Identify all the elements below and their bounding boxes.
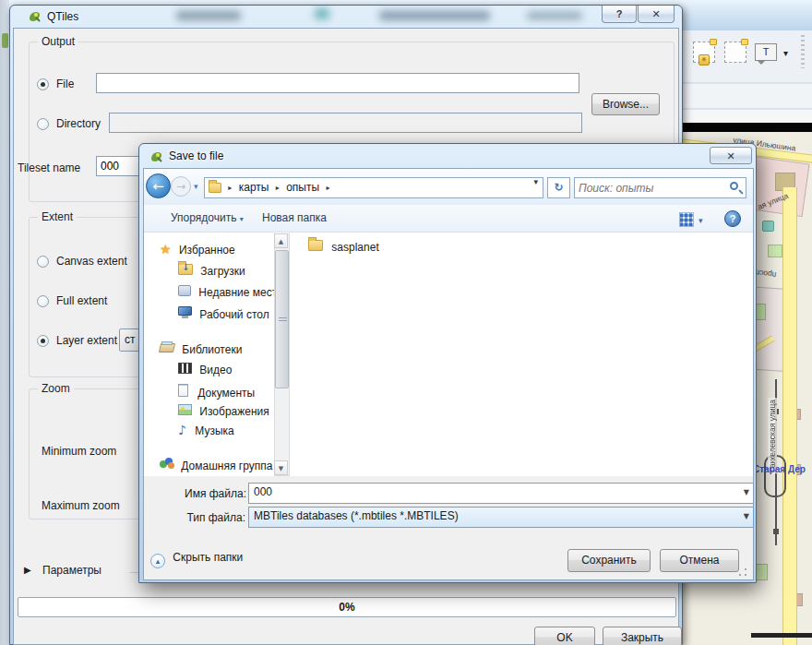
refresh-icon: ↻: [554, 181, 563, 194]
map-road: [782, 187, 797, 645]
output-legend: Output: [38, 35, 78, 48]
hide-folders-button[interactable]: ▴ Скрыть папки: [150, 551, 243, 569]
sidebar-item-pictures[interactable]: Изображения: [178, 404, 269, 423]
search-input[interactable]: [577, 179, 722, 197]
forward-button[interactable]: →: [171, 176, 191, 197]
search-box[interactable]: [574, 177, 746, 198]
views-icon[interactable]: [679, 212, 694, 227]
canvas-extent-label: Canvas extent: [56, 255, 127, 268]
file-item-sasplanet[interactable]: sasplanet: [308, 240, 379, 258]
save-dialog-title: Save to file: [169, 149, 223, 162]
bubble-tail: [757, 60, 766, 69]
file-radio-label: File: [56, 78, 74, 90]
sidebar-item-favorites[interactable]: ★ Избранное: [160, 243, 235, 261]
tree-label: Документы: [197, 387, 255, 400]
map-rail: [751, 633, 812, 638]
tree-label: Загрузки: [200, 265, 245, 278]
screenshot-root: ✳ T ▾ улица Илью: [0, 0, 812, 645]
scrollbar-thumb[interactable]: [275, 250, 289, 388]
ok-button[interactable]: OK: [534, 627, 595, 645]
sidebar-item-video[interactable]: Видео: [178, 363, 232, 381]
toolbar-separator: [801, 35, 805, 68]
tree-label: Рабочий стол: [199, 308, 269, 321]
save-button[interactable]: Сохранить: [567, 549, 651, 572]
new-folder-button[interactable]: Новая папка: [262, 211, 327, 224]
sidebar-item-libraries[interactable]: Библиотеки: [160, 341, 242, 360]
address-bar[interactable]: ▸ карты ▸ опыты ▸ ▾: [204, 177, 543, 198]
close-dialog-button[interactable]: Закрыть: [603, 627, 682, 645]
cancel-button[interactable]: Отмена: [660, 549, 739, 572]
qgis-logo-icon: [27, 9, 42, 24]
documents-icon: [178, 384, 188, 397]
sidebar-item-recent-places[interactable]: Недавние места: [178, 285, 283, 304]
annotation-dropdown-icon[interactable]: ▾: [783, 49, 788, 58]
map-street-label: Гаккелевская улица: [768, 398, 777, 473]
save-dialog-titlebar[interactable]: [139, 144, 756, 168]
move-annotation-icon[interactable]: [724, 42, 746, 63]
canvas-extent-radio[interactable]: [37, 256, 49, 268]
back-button[interactable]: ←: [146, 173, 171, 198]
sidebar-item-downloads[interactable]: ↓ Загрузки: [178, 264, 245, 282]
homegroup-icon: [160, 457, 174, 470]
sidebar-item-desktop[interactable]: Рабочий стол: [178, 306, 269, 325]
hide-folders-label: Скрыть папки: [173, 551, 243, 564]
tree-label: Музыка: [195, 424, 233, 437]
qgis-left-toolbar-strip: [0, 0, 9, 645]
breadcrumb-item-opyty[interactable]: опыты: [286, 181, 319, 194]
scrollbar-up-button[interactable]: ▲: [274, 233, 288, 248]
qtiles-title: QTiles: [47, 10, 78, 23]
sidebar-item-documents[interactable]: Документы: [178, 384, 255, 402]
tree-label: Избранное: [179, 244, 235, 257]
maximum-zoom-label: Maximum zoom: [42, 499, 120, 512]
resize-grip[interactable]: [737, 567, 748, 578]
organize-dropdown-icon: ▾: [240, 215, 244, 223]
refresh-button[interactable]: ↻: [547, 177, 570, 198]
views-dropdown-icon[interactable]: ▾: [699, 217, 703, 225]
scrollbar-down-button[interactable]: ▼: [274, 460, 288, 475]
form-annotation-icon[interactable]: ✳: [693, 42, 715, 63]
help-glyph: ?: [730, 213, 736, 224]
glass-reflection: [527, 12, 582, 19]
map-metro-label: Старая Дер: [753, 464, 806, 474]
progress-bar: 0%: [18, 597, 676, 617]
filename-combo[interactable]: 000 ▼: [248, 483, 754, 504]
annotation-tag-icon: [710, 39, 717, 45]
full-extent-radio[interactable]: [37, 295, 49, 307]
map-tram-stop: [773, 529, 779, 534]
file-path-input[interactable]: [96, 73, 579, 93]
layer-extent-radio[interactable]: [37, 335, 49, 347]
sidebar-item-homegroup[interactable]: Домашняя группа: [160, 457, 272, 475]
breadcrumb-arrow-icon: ▸: [228, 184, 232, 192]
history-dropdown-icon[interactable]: ▾: [194, 183, 198, 191]
tree-label: Изображения: [199, 405, 269, 418]
browse-button[interactable]: Browse...: [591, 93, 660, 115]
expander-arrow-icon: ▶: [24, 566, 31, 575]
close-button[interactable]: ✕: [638, 6, 675, 23]
breadcrumb-item-karty[interactable]: карты: [239, 181, 269, 194]
organize-label: Упорядочить: [171, 211, 236, 224]
annotation-tag-icon: [741, 39, 748, 45]
save-close-button[interactable]: ✕: [710, 147, 752, 164]
music-icon: ♪: [178, 423, 186, 437]
layer-combo-value: ст: [125, 333, 136, 346]
text-annotation-icon[interactable]: T: [755, 43, 777, 61]
sidebar-item-music[interactable]: ♪ Музыка: [178, 424, 234, 442]
extent-legend: Extent: [38, 210, 77, 223]
back-arrow-icon: ←: [152, 178, 164, 195]
folder-icon: [308, 240, 323, 254]
address-dropdown-icon[interactable]: ▾: [533, 178, 538, 186]
full-extent-label: Full extent: [56, 294, 107, 307]
qtiles-titlebar[interactable]: [10, 6, 682, 28]
filetype-combo[interactable]: MBTiles databases (*.mbtiles *.MBTILES) …: [248, 507, 754, 528]
thumb-grip: [279, 317, 287, 322]
directory-path-input: [109, 113, 582, 133]
file-radio[interactable]: [37, 78, 49, 90]
help-button[interactable]: ?: [602, 6, 637, 23]
pictures-icon: [178, 404, 192, 415]
annotation-star-icon: ✳: [699, 54, 710, 66]
directory-radio[interactable]: [37, 118, 49, 130]
filename-label: Имя файла:: [185, 487, 245, 500]
organize-button[interactable]: Упорядочить ▾: [171, 211, 244, 224]
save-to-file-dialog: Save to file ✕ ← → ▾ ▸ карты ▸ опыты ▸ ▾…: [138, 143, 757, 583]
explorer-help-icon[interactable]: ?: [724, 210, 741, 227]
